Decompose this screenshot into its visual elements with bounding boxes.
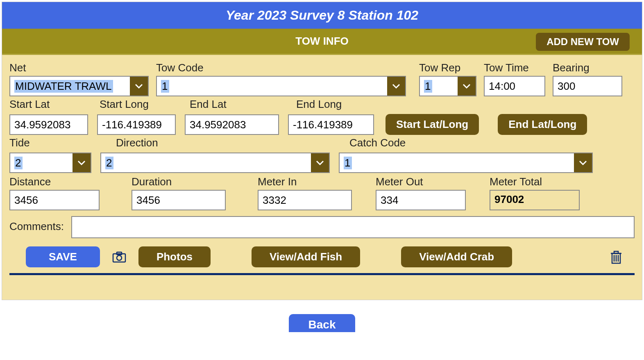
catch-code-value: 1 — [344, 157, 352, 169]
direction-value: 2 — [105, 157, 113, 169]
tide-label: Tide — [9, 137, 116, 149]
chevron-down-icon[interactable] — [387, 77, 405, 96]
end-lat-input[interactable] — [185, 114, 279, 135]
end-long-input[interactable] — [288, 114, 374, 135]
tide-select[interactable]: 2 — [9, 153, 91, 173]
chevron-down-icon[interactable] — [574, 153, 592, 172]
start-long-label: Start Long — [100, 98, 190, 111]
end-long-label: End Long — [296, 98, 386, 111]
distance-label: Distance — [9, 175, 108, 188]
view-add-fish-button[interactable]: View/Add Fish — [252, 246, 360, 267]
camera-icon[interactable] — [112, 251, 126, 263]
section-title: TOW INFO — [295, 35, 349, 48]
meter-out-label: Meter Out — [376, 175, 482, 188]
catch-code-select[interactable]: 1 — [339, 153, 593, 173]
tow-code-value: 1 — [161, 80, 169, 93]
photos-button[interactable]: Photos — [138, 246, 211, 267]
comments-label: Comments: — [9, 220, 64, 233]
bearing-input[interactable] — [553, 76, 622, 96]
section-header: TOW INFO ADD NEW TOW — [2, 29, 642, 55]
add-new-tow-button[interactable]: ADD NEW TOW — [536, 33, 630, 51]
svg-rect-8 — [614, 251, 618, 253]
distance-input[interactable] — [9, 190, 100, 210]
meter-total-label: Meter Total — [490, 175, 584, 188]
start-lat-input[interactable] — [9, 114, 88, 135]
start-long-input[interactable] — [97, 114, 176, 135]
tow-code-label: Tow Code — [156, 62, 406, 74]
tow-rep-label: Tow Rep — [419, 62, 476, 74]
trash-icon[interactable] — [610, 250, 622, 264]
tow-time-label: Tow Time — [484, 62, 545, 74]
meter-in-label: Meter In — [258, 175, 368, 188]
svg-point-1 — [117, 255, 122, 260]
comments-input[interactable] — [71, 216, 635, 238]
chevron-down-icon[interactable] — [311, 153, 329, 172]
meter-out-input[interactable] — [376, 190, 466, 210]
end-latlong-button[interactable]: End Lat/Long — [498, 114, 587, 135]
tow-rep-select[interactable]: 1 — [419, 76, 476, 96]
duration-input[interactable] — [132, 190, 226, 210]
meter-in-input[interactable] — [258, 190, 352, 210]
chevron-down-icon[interactable] — [73, 153, 91, 172]
save-button[interactable]: SAVE — [26, 246, 100, 267]
view-add-crab-button[interactable]: View/Add Crab — [401, 246, 512, 267]
net-select[interactable]: MIDWATER TRAWL — [9, 76, 149, 96]
end-lat-label: End Lat — [190, 98, 296, 111]
page-title: Year 2023 Survey 8 Station 102 — [2, 2, 642, 29]
footer: Back — [0, 302, 644, 332]
bearing-label: Bearing — [553, 62, 622, 74]
catch-code-label: Catch Code — [349, 137, 406, 149]
direction-label: Direction — [116, 137, 349, 149]
start-latlong-button[interactable]: Start Lat/Long — [385, 114, 479, 135]
chevron-down-icon[interactable] — [130, 77, 148, 96]
start-lat-label: Start Lat — [9, 98, 100, 111]
form-area: Net MIDWATER TRAWL Tow Code 1 — [2, 55, 642, 300]
tow-time-input[interactable] — [484, 76, 545, 96]
tow-rep-value: 1 — [424, 80, 432, 93]
net-value: MIDWATER TRAWL — [14, 80, 113, 93]
tide-value: 2 — [14, 157, 23, 169]
meter-total-value: 97002 — [490, 190, 580, 210]
direction-select[interactable]: 2 — [100, 153, 330, 173]
tow-code-select[interactable]: 1 — [156, 76, 406, 96]
net-label: Net — [9, 62, 149, 74]
chevron-down-icon[interactable] — [458, 77, 476, 96]
back-button[interactable]: Back — [289, 314, 356, 332]
duration-label: Duration — [132, 175, 250, 188]
